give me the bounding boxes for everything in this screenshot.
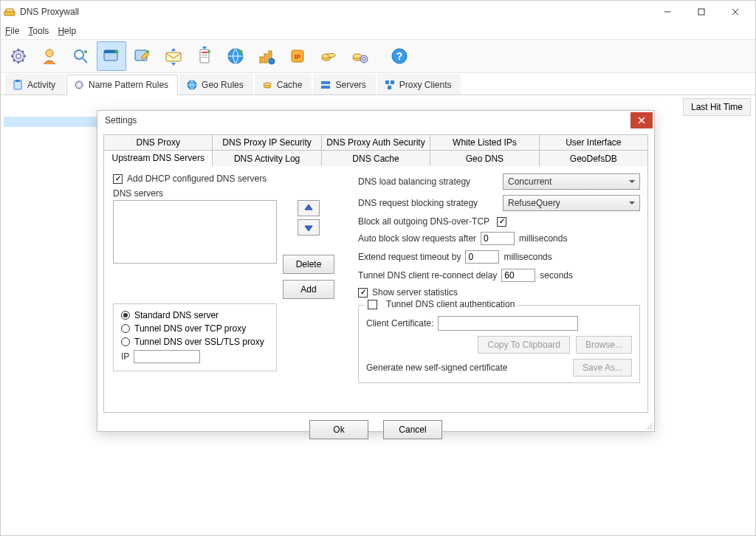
svg-point-30 — [207, 50, 210, 53]
clipboard-icon — [12, 79, 24, 91]
checkbox-tunnel-auth[interactable] — [368, 300, 377, 309]
tunnel-auth-group: Tunnel DNS client authentication Client … — [358, 305, 640, 383]
chart-icon[interactable] — [252, 41, 281, 71]
dialog-close-button[interactable] — [630, 112, 653, 128]
ip-input[interactable] — [134, 350, 200, 363]
svg-point-51 — [78, 83, 80, 86]
checkbox-add-dhcp[interactable] — [113, 174, 123, 184]
svg-rect-1 — [6, 9, 13, 12]
tab-dns-proxy-ip-security[interactable]: DNS Proxy IP Security — [212, 134, 321, 151]
dns-servers-listbox[interactable] — [113, 200, 277, 264]
label-ms1: milliseconds — [519, 233, 567, 244]
tab-user-interface[interactable]: User Interface — [539, 134, 648, 151]
svg-point-45 — [362, 58, 365, 61]
tab-white-listed-ips[interactable]: White Listed IPs — [430, 134, 539, 151]
label-tunnel-auth: Tunnel DNS client authentication — [386, 299, 515, 309]
main-window: DNS Proxywall File Tools Help IP ? A — [0, 0, 756, 536]
menu-file[interactable]: File — [5, 26, 19, 36]
input-client-cert[interactable] — [438, 316, 578, 331]
tab-dns-cache[interactable]: DNS Cache — [321, 150, 430, 166]
minimize-button[interactable] — [650, 1, 684, 23]
tab-dns-proxy-auth-security[interactable]: DNS Proxy Auth Security — [321, 134, 430, 151]
ok-button[interactable]: Ok — [309, 420, 368, 439]
radio-standard-dns[interactable] — [121, 311, 130, 320]
document-icon[interactable] — [190, 41, 219, 71]
search-icon[interactable] — [66, 41, 95, 71]
menu-help[interactable]: Help — [58, 26, 76, 36]
input-tunnel-delay[interactable] — [501, 269, 535, 282]
cancel-button[interactable]: Cancel — [383, 420, 442, 439]
tab-servers[interactable]: Servers — [313, 74, 375, 95]
browse-button[interactable]: Browse... — [576, 336, 632, 354]
maximize-button[interactable] — [684, 1, 718, 23]
svg-rect-25 — [166, 52, 181, 61]
svg-line-15 — [22, 51, 24, 52]
delete-button[interactable]: Delete — [283, 255, 334, 274]
svg-rect-56 — [321, 86, 330, 89]
move-down-button[interactable] — [298, 219, 320, 236]
label-auto-block-pre: Auto block slow requests after — [358, 233, 476, 244]
tab-cache-label: Cache — [277, 80, 303, 90]
tab-upstream-dns-servers[interactable]: Upstream DNS Servers — [103, 150, 213, 166]
tab-geodefsdb[interactable]: GeoDefsDB — [539, 150, 648, 166]
column-last-hit-time[interactable]: Last Hit Time — [683, 98, 751, 116]
tab-name-pattern-rules-label: Name Pattern Rules — [89, 80, 168, 90]
clients-icon — [384, 79, 396, 91]
label-blocking-strategy: DNS request blocking strategy — [358, 198, 498, 208]
copy-to-clipboard-button[interactable]: Copy To Clipboard — [478, 336, 570, 354]
svg-point-7 — [16, 54, 21, 58]
user-icon[interactable] — [35, 41, 64, 71]
svg-point-22 — [115, 50, 119, 54]
tab-name-pattern-rules[interactable]: Name Pattern Rules — [66, 75, 178, 95]
svg-rect-27 — [202, 52, 207, 53]
close-button[interactable] — [718, 1, 752, 23]
coins-icon[interactable] — [314, 41, 343, 71]
server-type-group: Standard DNS server Tunnel DNS over TCP … — [113, 303, 277, 371]
resize-grip-icon[interactable] — [644, 421, 653, 430]
svg-point-41 — [328, 54, 335, 58]
label-load-balancing: DNS load balancing strategy — [358, 176, 498, 187]
toolbar: IP ? — [1, 39, 755, 73]
svg-rect-55 — [321, 81, 330, 84]
gear-icon[interactable] — [4, 41, 33, 71]
svg-rect-34 — [264, 54, 267, 63]
tab-geo-rules[interactable]: Geo Rules — [179, 74, 253, 95]
radio-tunnel-tcp[interactable] — [121, 324, 130, 333]
edit-icon[interactable] — [128, 41, 157, 71]
input-extend-ms[interactable] — [465, 250, 499, 264]
label-client-cert: Client Certificate: — [366, 318, 433, 329]
label-show-stats: Show server statistics — [372, 287, 458, 298]
checkbox-block-tcp[interactable] — [497, 217, 506, 227]
ip-shield-icon[interactable]: IP — [283, 41, 312, 71]
tab-proxy-clients[interactable]: Proxy Clients — [377, 74, 461, 95]
svg-line-13 — [22, 60, 24, 61]
tab-dns-proxy[interactable]: DNS Proxy — [103, 134, 213, 151]
window-icon[interactable] — [97, 41, 126, 71]
menu-tools[interactable]: Tools — [28, 26, 49, 36]
radio-tunnel-ssl[interactable] — [121, 337, 130, 346]
help-icon[interactable]: ? — [385, 41, 414, 71]
checkbox-show-stats[interactable] — [358, 288, 368, 298]
tab-geo-dns[interactable]: Geo DNS — [430, 150, 539, 166]
label-extend-pre: Extend request timeout by — [358, 252, 461, 262]
combo-blocking-strategy[interactable]: RefuseQuery — [503, 195, 640, 211]
input-auto-block-ms[interactable] — [481, 232, 515, 245]
label-tunnel-delay-pre: Tunnel DNS client re-connect delay — [358, 270, 497, 281]
combo-load-balancing[interactable]: Concurrent — [503, 173, 640, 190]
coins-small-icon — [261, 79, 273, 91]
menubar: File Tools Help — [1, 23, 755, 39]
globe-icon[interactable] — [221, 41, 250, 71]
svg-line-12 — [13, 51, 15, 52]
coins-gear-icon[interactable] — [345, 41, 374, 71]
move-up-button[interactable] — [298, 200, 320, 216]
tab-cache[interactable]: Cache — [255, 74, 312, 95]
label-radio-standard: Standard DNS server — [134, 310, 219, 320]
save-as-button[interactable]: Save As... — [573, 359, 632, 377]
mail-icon[interactable] — [159, 41, 188, 71]
tab-activity-label: Activity — [27, 80, 55, 90]
svg-point-36 — [269, 58, 275, 64]
add-button[interactable]: Add — [283, 280, 334, 299]
svg-rect-57 — [385, 80, 389, 84]
tab-activity[interactable]: Activity — [5, 74, 65, 95]
tab-dns-activity-log[interactable]: DNS Activity Log — [212, 150, 321, 166]
